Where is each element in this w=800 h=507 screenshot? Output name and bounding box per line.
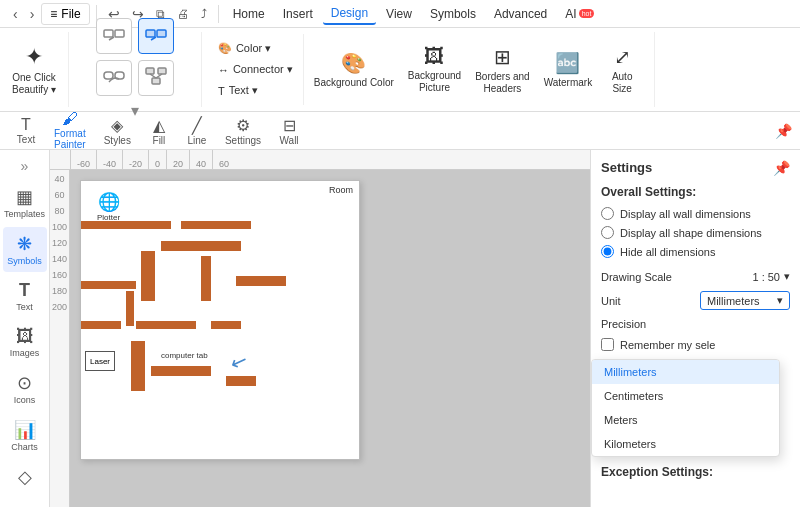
room-label: Room: [329, 185, 353, 195]
charts-label: Charts: [11, 442, 38, 452]
sub-line-btn[interactable]: ╱ Line: [179, 112, 215, 150]
remember-input[interactable]: [601, 338, 614, 351]
precision-row: Precision: [601, 318, 790, 330]
radio-hide-dimensions[interactable]: Hide all dimensions: [601, 245, 790, 258]
menu-symbols[interactable]: Symbols: [422, 4, 484, 24]
borders-headers-btn[interactable]: ⊞ Borders andHeaders: [469, 40, 535, 100]
nav-back-btn[interactable]: ‹: [8, 3, 23, 25]
ruler-left-180: 180: [52, 286, 67, 296]
radio-hide-input[interactable]: [601, 245, 614, 258]
remember-label: Remember my sele: [620, 339, 715, 351]
ribbon-shapes-section: ▾: [69, 32, 202, 107]
panel-pin-icon[interactable]: 📌: [773, 160, 790, 176]
menu-home[interactable]: Home: [225, 4, 273, 24]
shape-style-4[interactable]: [138, 60, 174, 96]
borders-label: Borders andHeaders: [475, 71, 529, 95]
ruler-left-120: 120: [52, 238, 67, 248]
menu-view[interactable]: View: [378, 4, 420, 24]
dropdown-meters[interactable]: Meters: [592, 408, 779, 432]
menu-ai[interactable]: AI hot: [557, 4, 602, 24]
ribbon-design-tools-section: 🎨 Color ▾ ↔ Connector ▾ T Text ▾ 🎨 Backg…: [202, 32, 655, 107]
dropdown-kilometers[interactable]: Kilometers: [592, 432, 779, 456]
drawing-scale-label: Drawing Scale: [601, 271, 672, 283]
radio-shape-input[interactable]: [601, 226, 614, 239]
text-btn[interactable]: T Text ▾: [212, 81, 299, 100]
laser-box: Laser: [85, 351, 115, 371]
shape-style-1[interactable]: [96, 18, 132, 54]
sidebar-templates-btn[interactable]: ▦ Templates: [3, 180, 47, 225]
sub-fill-btn[interactable]: ◭ Fill: [141, 112, 177, 150]
radio-wall-input[interactable]: [601, 207, 614, 220]
sub-toolbar: T Text 🖌 FormatPainter ◈ Styles ◭ Fill ╱…: [0, 112, 800, 150]
text-small-icon: T: [218, 85, 225, 97]
sidebar-charts-btn[interactable]: 📊 Charts: [3, 413, 47, 458]
symbols-label: Symbols: [7, 256, 42, 266]
ruler-left-80: 80: [54, 206, 64, 216]
ruler-mark--40: -40: [96, 150, 122, 169]
ruler-top: -60 -40 -20 0 20 40 60: [50, 150, 590, 170]
laser-label: Laser: [90, 357, 110, 366]
color-icon: 🎨: [218, 42, 232, 55]
sidebar-expand-btn[interactable]: »: [17, 154, 33, 178]
canvas-area[interactable]: Room 🌐 Plotter: [70, 170, 590, 507]
format-painter-label: FormatPainter: [54, 128, 86, 150]
wall-v1: [141, 251, 155, 301]
unit-value: Millimeters: [707, 295, 760, 307]
unit-row: Unit Millimeters ▾: [601, 291, 790, 310]
drawing-scale-row: Drawing Scale 1 : 50 ▾: [601, 270, 790, 283]
large-btns-row: 🎨 Background Color 🖼 BackgroundPicture ⊞…: [304, 34, 648, 105]
dropdown-centimeters[interactable]: Centimeters: [592, 384, 779, 408]
sub-format-painter-btn[interactable]: 🖌 FormatPainter: [46, 106, 94, 156]
plotter-icon: 🌐: [98, 191, 120, 213]
sub-settings-btn[interactable]: ⚙ Settings: [217, 112, 269, 150]
watermark-btn[interactable]: 🔤 Watermark: [538, 40, 599, 100]
ruler-left-140: 140: [52, 254, 67, 264]
file-icon: ≡: [50, 7, 57, 21]
color-btn[interactable]: 🎨 Color ▾: [212, 39, 299, 58]
sub-text-btn[interactable]: T Text: [8, 112, 44, 149]
sub-wall-btn[interactable]: ⊟ Wall: [271, 112, 307, 150]
remember-checkbox[interactable]: Remember my sele: [601, 338, 790, 351]
radio-shape-label: Display all shape dimensions: [620, 227, 762, 239]
sidebar-images-btn[interactable]: 🖼 Images: [3, 320, 47, 364]
ruler-mark-40: 40: [189, 150, 212, 169]
one-click-beautify-btn[interactable]: ✦ One ClickBeautify ▾: [6, 40, 62, 100]
bg-picture-label: BackgroundPicture: [408, 70, 461, 94]
radio-wall-dimensions[interactable]: Display all wall dimensions: [601, 207, 790, 220]
bg-color-btn[interactable]: 🎨 Background Color: [308, 40, 400, 100]
menu-advanced[interactable]: Advanced: [486, 4, 555, 24]
ruler-left-100: 100: [52, 222, 67, 232]
sidebar-icons-btn[interactable]: ⊙ Icons: [3, 366, 47, 411]
watermark-label: Watermark: [544, 77, 593, 89]
text-sidebar-label: Text: [16, 302, 33, 312]
connector-icon: ↔: [218, 64, 229, 76]
drawing-scale-arrow: ▾: [784, 270, 790, 283]
shape-style-3[interactable]: [96, 60, 132, 96]
unit-dropdown[interactable]: Millimeters ▾: [700, 291, 790, 310]
connector-btn[interactable]: ↔ Connector ▾: [212, 60, 299, 79]
menu-insert[interactable]: Insert: [275, 4, 321, 24]
sidebar-more-btn[interactable]: ◇: [3, 460, 47, 495]
exception-settings-title: Exception Settings:: [601, 465, 790, 479]
sidebar-text-btn[interactable]: T Text: [3, 274, 47, 318]
auto-size-btn[interactable]: ⤢ AutoSize: [600, 40, 644, 100]
ruler-left-60: 60: [54, 190, 64, 200]
pin-button[interactable]: 📌: [775, 123, 792, 139]
shape-style-2[interactable]: [138, 18, 174, 54]
menu-design[interactable]: Design: [323, 3, 376, 25]
radio-shape-dimensions[interactable]: Display all shape dimensions: [601, 226, 790, 239]
wall-h9: [151, 366, 211, 376]
bg-picture-btn[interactable]: 🖼 BackgroundPicture: [402, 40, 467, 100]
dropdown-millimeters[interactable]: Millimeters: [592, 360, 779, 384]
icons-icon: ⊙: [17, 372, 32, 394]
settings-icon: ⚙: [236, 116, 250, 135]
sub-styles-btn[interactable]: ◈ Styles: [96, 112, 139, 150]
beautify-icon: ✦: [25, 44, 43, 70]
overall-settings-title: Overall Settings:: [601, 185, 790, 199]
images-icon: 🖼: [16, 326, 34, 347]
sidebar-symbols-btn[interactable]: ❋ Symbols: [3, 227, 47, 272]
share-btn[interactable]: ⤴: [196, 4, 212, 24]
auto-size-icon: ⤢: [614, 45, 631, 69]
nav-forward-btn[interactable]: ›: [25, 3, 40, 25]
svg-rect-9: [158, 68, 166, 74]
